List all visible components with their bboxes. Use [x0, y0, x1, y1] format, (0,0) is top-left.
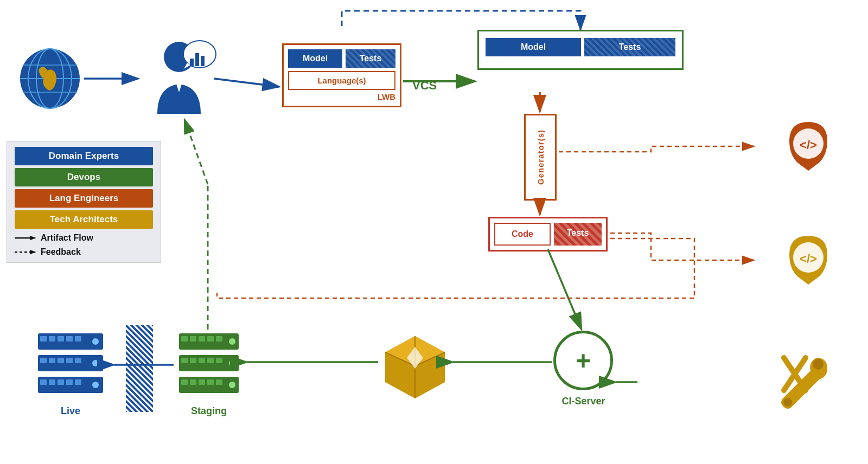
legend-lang-engineers: Lang Engineers — [15, 189, 153, 208]
ci-server-symbol: + — [576, 346, 591, 376]
ci-server-label: CI-Server — [544, 396, 623, 407]
svg-line-95 — [184, 119, 208, 184]
code-tests: Tests — [554, 223, 602, 246]
svg-rect-8 — [190, 59, 194, 66]
ci-tests: Tests — [584, 38, 675, 56]
legend-domain-experts: Domain Experts — [15, 147, 153, 165]
svg-rect-57 — [66, 379, 73, 385]
live-label: Live — [33, 405, 108, 417]
svg-line-85 — [214, 79, 279, 87]
svg-rect-10 — [201, 56, 205, 66]
svg-rect-51 — [75, 358, 81, 363]
svg-rect-47 — [40, 358, 47, 363]
svg-point-52 — [92, 360, 99, 366]
staging-label: Staging — [174, 405, 244, 417]
svg-rect-41 — [49, 336, 55, 341]
svg-rect-68 — [126, 325, 153, 412]
legend-tech-architects: Tech Architects — [15, 210, 153, 229]
staging-server-icon: Staging — [174, 331, 244, 401]
svg-rect-21 — [199, 336, 205, 341]
svg-rect-50 — [66, 358, 73, 363]
svg-point-31 — [229, 360, 235, 366]
svg-rect-36 — [207, 379, 214, 385]
person-chart-icon — [146, 38, 217, 114]
svg-point-64 — [783, 398, 792, 407]
vcs-label: VCS — [412, 79, 437, 93]
svg-rect-28 — [199, 358, 205, 363]
ci-box: Model Tests — [477, 30, 684, 70]
ci-model: Model — [486, 38, 581, 56]
svg-point-24 — [229, 338, 235, 345]
svg-rect-20 — [190, 336, 196, 341]
svg-rect-49 — [58, 358, 64, 363]
svg-marker-73 — [30, 236, 36, 240]
svg-rect-37 — [216, 379, 222, 385]
wrench-icon — [776, 352, 835, 412]
svg-marker-75 — [30, 250, 36, 254]
svg-rect-42 — [58, 336, 64, 341]
package-icon — [380, 331, 450, 401]
legend-devops: Devops — [15, 168, 153, 186]
lwb-language: Language(s) — [288, 71, 395, 90]
generator-label: Generator(s) — [536, 130, 545, 185]
legend-box: Domain Experts Devops Lang Engineers Tec… — [7, 141, 161, 263]
lwb-box: Model Tests Language(s) LWB — [282, 43, 401, 107]
svg-rect-33 — [181, 379, 188, 385]
lwb-model: Model — [288, 49, 342, 68]
svg-rect-56 — [58, 379, 64, 385]
tech-reviewer-bottom-icon: </> — [781, 233, 835, 293]
svg-rect-40 — [40, 336, 47, 341]
svg-rect-58 — [75, 379, 81, 385]
artifact-flow-label: Artifact Flow — [41, 233, 93, 243]
svg-rect-48 — [49, 358, 55, 363]
svg-rect-29 — [207, 358, 214, 363]
svg-line-89 — [548, 249, 582, 330]
lwb-tests: Tests — [346, 49, 395, 68]
svg-point-38 — [229, 382, 235, 388]
legend-feedback: Feedback — [15, 247, 153, 257]
svg-rect-27 — [190, 358, 196, 363]
svg-rect-44 — [75, 336, 81, 341]
ci-server-circle: + — [553, 331, 613, 390]
svg-point-59 — [92, 382, 99, 388]
svg-rect-35 — [199, 379, 205, 385]
svg-rect-34 — [190, 379, 196, 385]
svg-rect-26 — [181, 358, 188, 363]
svg-rect-23 — [216, 336, 222, 341]
lwb-label: LWB — [288, 92, 395, 101]
svg-rect-30 — [216, 358, 222, 363]
svg-text:</>: </> — [800, 252, 817, 266]
code-box: Code Tests — [488, 217, 608, 252]
svg-point-65 — [813, 359, 824, 370]
globe-icon — [17, 46, 82, 111]
tech-reviewer-top-icon: </> — [781, 119, 835, 179]
svg-point-45 — [92, 338, 99, 345]
svg-rect-54 — [40, 379, 47, 385]
feedback-label: Feedback — [41, 247, 81, 257]
divider-bar — [126, 325, 153, 412]
legend-artifact-flow: Artifact Flow — [15, 233, 153, 243]
svg-rect-9 — [195, 53, 199, 66]
svg-rect-43 — [66, 336, 73, 341]
code-label: Code — [494, 223, 551, 246]
svg-rect-55 — [49, 379, 55, 385]
svg-rect-22 — [207, 336, 214, 341]
live-server-icon: Live — [33, 331, 108, 407]
svg-rect-19 — [181, 336, 188, 341]
svg-text:</>: </> — [800, 138, 817, 152]
generator-box: Generator(s) — [524, 114, 557, 201]
